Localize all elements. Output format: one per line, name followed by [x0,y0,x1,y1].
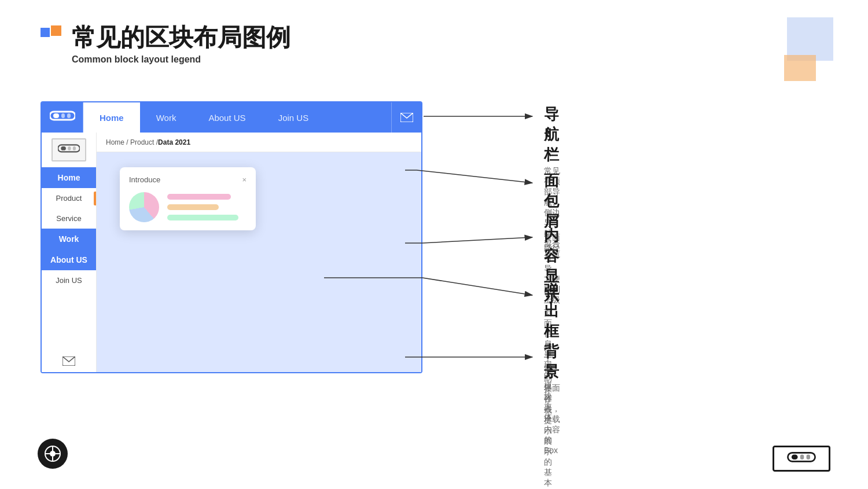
svg-line-16 [417,170,532,183]
ann-background-desc: 界面容器，承载内容的Box [544,383,560,455]
ann-background: 背景 界面容器，承载内容的Box [544,341,560,455]
sidebar-logo-svg [58,143,80,157]
nav-email-icon[interactable] [391,102,421,133]
dialog-line-3 [167,215,238,220]
dialog-line-1 [167,194,231,200]
nav-item-home[interactable]: Home [83,102,140,133]
decoration-top-right [764,17,833,81]
bottom-logo-right [773,446,830,472]
mock-nav-items: Home Work About US Join US [83,102,391,133]
logo-svg [50,109,75,126]
sidebar-email-icon [62,356,75,366]
sidebar-item-about[interactable]: About US [42,249,96,270]
dialog-body [129,192,247,222]
mock-sidebar: Home Product Service Work About US Join … [42,133,97,373]
sidebar-item-home[interactable]: Home [42,167,96,188]
svg-rect-0 [41,28,50,37]
sub-title: Common block layout legend [72,54,290,65]
dialog-title: Introduce [129,175,160,184]
mock-main: Home / Product / Data 2021 Introduce × [97,133,421,373]
nav-item-about[interactable]: About US [192,102,262,133]
nav-item-join[interactable]: Join US [262,102,325,133]
svg-line-21 [422,278,532,295]
svg-rect-3 [53,113,59,118]
mock-browser: Home Work About US Join US [41,101,422,373]
bottom-left-logo-svg [44,445,61,462]
sidebar-logo [52,138,86,161]
svg-rect-1 [51,25,61,36]
svg-rect-5 [67,113,71,118]
dialog-header: Introduce × [129,175,247,184]
svg-rect-8 [61,146,66,150]
dialog-line-2 [167,204,219,210]
ann-breadcrumb-title: 面包屑 [544,171,560,231]
breadcrumb-path: Home / Product / [106,138,158,146]
mock-dialog: Introduce × [120,167,256,230]
mock-content-area: Home Product Service Work About US Join … [42,133,421,373]
deco-blue-rect [787,17,833,61]
bottom-right-logo-svg [778,450,825,468]
svg-rect-4 [61,113,65,118]
svg-rect-31 [792,454,798,459]
main-title: 常见的区块布局图例 [72,23,290,52]
dialog-close-icon[interactable]: × [242,175,247,184]
svg-rect-10 [73,146,76,150]
ann-navbar-title: 导航栏 [544,104,560,165]
nav-item-work[interactable]: Work [140,102,193,133]
bottom-logo-left [38,439,68,469]
sidebar-email[interactable] [62,356,75,373]
sidebar-item-join[interactable]: Join US [42,270,96,291]
svg-rect-32 [800,454,804,459]
sidebar-item-service[interactable]: Service [42,208,96,229]
ann-dialog-title: 弹出框 [544,281,559,341]
diagram-wrapper: Home Work About US Join US [41,101,422,373]
svg-rect-33 [807,454,810,459]
dialog-circle-decoration [129,192,159,222]
dialog-lines [167,194,247,220]
svg-point-25 [50,451,56,457]
sidebar-item-work[interactable]: Work [42,229,96,249]
svg-line-18 [422,237,532,243]
breadcrumb-bold: Data 2021 [158,138,190,146]
ann-background-title: 背景 [544,341,560,382]
title-icon [41,25,61,46]
mock-breadcrumb: Home / Product / Data 2021 [97,133,421,152]
sidebar-item-product[interactable]: Product [42,188,96,208]
page-header: 常见的区块布局图例 Common block layout legend [41,23,290,65]
deco-orange-rect [784,55,816,81]
mock-navbar: Home Work About US Join US [42,102,421,133]
email-icon [400,113,413,122]
mock-logo [42,102,83,133]
svg-rect-9 [68,146,71,150]
